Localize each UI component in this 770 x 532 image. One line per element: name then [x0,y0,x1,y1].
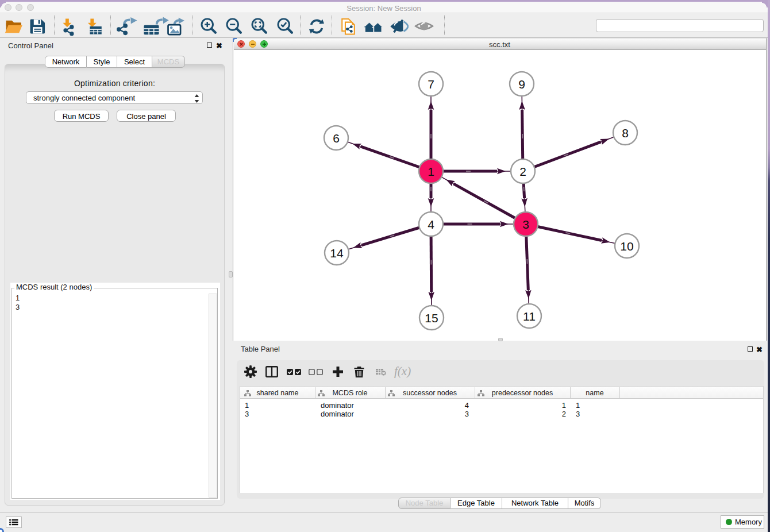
svg-text:6: 6 [333,132,340,145]
svg-text:9: 9 [518,78,525,91]
svg-text:11: 11 [523,310,536,323]
svg-text:14: 14 [330,246,344,260]
svg-text:4: 4 [428,218,434,231]
svg-text:8: 8 [622,126,629,140]
svg-text:1: 1 [428,165,434,178]
svg-text:2: 2 [519,165,526,178]
svg-text:7: 7 [428,78,434,91]
svg-text:3: 3 [522,218,529,231]
svg-text:10: 10 [620,240,633,253]
svg-text:15: 15 [425,311,438,325]
